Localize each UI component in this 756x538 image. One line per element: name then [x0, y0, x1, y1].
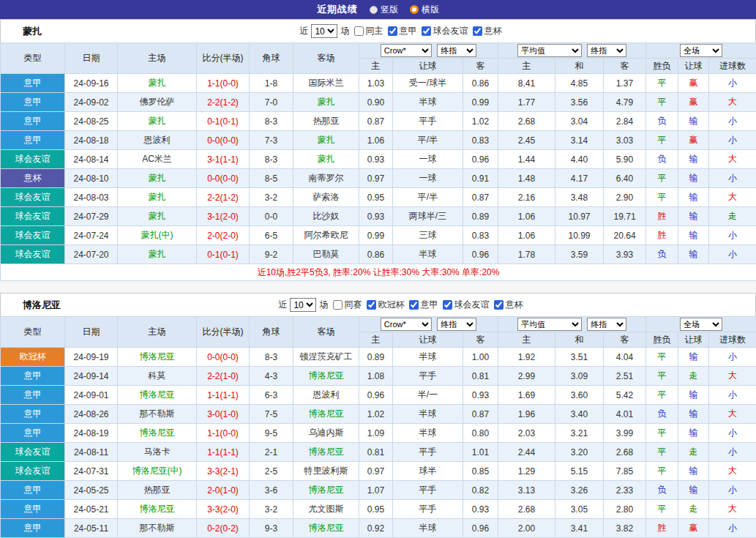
radio-icon-vertical	[370, 6, 378, 14]
odds-away-cell: 0.93	[463, 500, 498, 519]
handicap-cell: 平手	[393, 481, 463, 500]
filter-checkbox[interactable]: 意杯	[489, 299, 523, 311]
avg-draw-cell: 3.04	[555, 112, 604, 131]
layout-radio-horizontal[interactable]: 横版	[410, 4, 439, 16]
games-label: 场	[319, 299, 328, 311]
handicap-result-cell: 赢	[678, 519, 709, 538]
checkbox-input[interactable]	[422, 26, 431, 36]
odds-away-cell: 0.81	[463, 367, 498, 386]
avg-stage-select[interactable]: 终指	[587, 318, 626, 331]
odds-home-cell: 0.89	[359, 348, 393, 367]
goals-result-cell: 小	[709, 481, 756, 500]
type-cell: 球会友谊	[1, 443, 65, 462]
filter-checkbox[interactable]: 欧冠杯	[362, 299, 404, 311]
avg-home-cell: 2.68	[498, 500, 555, 519]
odds-away-cell: 0.82	[463, 481, 498, 500]
checkbox-input[interactable]	[333, 300, 343, 310]
match-row: 意甲24-09-14科莫2-2(1-0)4-3博洛尼亚1.08平手0.812.9…	[1, 367, 756, 386]
type-cell: 球会友谊	[1, 207, 65, 226]
goals-result-cell: 大	[709, 93, 756, 112]
date-cell: 24-07-24	[65, 226, 118, 245]
filter-bar: 近 10 场 同赛欧冠杯意甲球会友谊意杯	[278, 298, 523, 312]
avg-home-cell: 2.99	[498, 367, 555, 386]
goals-result-cell: 大	[709, 500, 756, 519]
handicap-result-cell: 输	[678, 207, 709, 226]
page-title: 近期战绩	[317, 3, 358, 16]
away-team-cell: 国际米兰	[293, 74, 359, 93]
scope-select[interactable]: 全场	[680, 318, 722, 331]
date-cell: 24-08-18	[65, 131, 118, 150]
away-team-cell: 比沙奴	[293, 207, 359, 226]
filter-checkbox[interactable]: 同赛	[328, 299, 362, 311]
avg-type-select[interactable]: 平均值	[517, 318, 582, 331]
avg-draw-cell: 10.97	[555, 207, 604, 226]
checkbox-input[interactable]	[494, 300, 504, 310]
header-row-groups: 类型 日期 主场 比分(半场) 角球 客场 Crow* 终指 平均值 终指 全场	[1, 43, 756, 59]
checkbox-input[interactable]	[473, 26, 482, 36]
avg-draw-cell: 3.56	[555, 93, 604, 112]
avg-away-cell: 4.79	[604, 93, 646, 112]
avg-away-cell: 6.40	[604, 169, 646, 188]
corner-cell: 7-5	[250, 405, 293, 424]
away-team-cell: 博洛尼亚	[293, 443, 359, 462]
checkbox-input[interactable]	[443, 300, 452, 310]
date-cell: 24-07-20	[65, 245, 118, 264]
match-count-select[interactable]: 10	[311, 24, 337, 38]
col-header-goals: 进球数	[709, 59, 756, 74]
handicap-cell: 平/半	[393, 188, 463, 207]
filter-checkbox[interactable]: 意甲	[404, 299, 438, 311]
score-cell: 3-1(1-1)	[197, 150, 250, 169]
odds-home-cell: 0.96	[359, 386, 393, 405]
odds-stage-select[interactable]: 终指	[437, 44, 476, 57]
odds-home-cell: 0.93	[359, 207, 393, 226]
handicap-result-cell: 走	[678, 367, 709, 386]
odds-home-cell: 1.06	[359, 131, 393, 150]
team-panel-monza: 蒙扎 近 10 场 同主意甲球会友谊意杯 类型 日期 主场 比分(半场) 角球	[0, 19, 756, 281]
corner-cell: 8-3	[250, 348, 293, 367]
layout-radio-vertical[interactable]: 竖版	[370, 4, 398, 16]
filter-checkboxes: 同主意甲球会友谊意杯	[349, 25, 501, 38]
date-cell: 24-08-10	[65, 169, 118, 188]
goals-result-cell: 大	[709, 462, 756, 481]
scope-select[interactable]: 全场	[680, 44, 722, 57]
filter-checkbox[interactable]: 意杯	[468, 25, 501, 37]
filter-checkbox[interactable]: 球会友谊	[438, 299, 489, 311]
result-cell: 平	[646, 131, 678, 150]
checkbox-label: 意甲	[399, 25, 416, 37]
type-cell: 意杯	[1, 169, 65, 188]
result-group-header: 全场	[646, 317, 756, 332]
odds-away-cell: 1.00	[463, 348, 498, 367]
team-header: 博洛尼亚 近 10 场 同赛欧冠杯意甲球会友谊意杯	[0, 293, 756, 316]
checkbox-input[interactable]	[409, 300, 419, 310]
checkbox-input[interactable]	[367, 300, 376, 310]
away-team-cell: 博洛尼亚	[293, 405, 359, 424]
filter-checkbox[interactable]: 同主	[349, 25, 383, 37]
col-header-handicap-result: 让球	[678, 59, 709, 74]
odds-stage-select[interactable]: 终指	[437, 318, 476, 331]
checkbox-input[interactable]	[388, 26, 397, 36]
avg-stage-select[interactable]: 终指	[587, 44, 626, 57]
away-team-cell: 巴勒莫	[293, 245, 359, 264]
col-header-result: 胜负	[646, 332, 678, 348]
checkbox-input[interactable]	[354, 26, 364, 36]
avg-type-select[interactable]: 平均值	[517, 44, 582, 57]
match-row: 意甲24-09-02佛罗伦萨2-2(1-2)7-0蒙扎0.90半球0.991.7…	[1, 93, 756, 112]
avg-away-cell: 5.42	[604, 386, 646, 405]
away-team-cell: 特里波利斯	[293, 462, 359, 481]
corner-cell: 9-5	[250, 424, 293, 443]
avg-away-cell: 3.99	[604, 424, 646, 443]
home-team-cell: 博洛尼亚(中)	[118, 462, 197, 481]
avg-draw-cell: 3.09	[555, 367, 604, 386]
odds-away-cell: 0.96	[463, 519, 498, 538]
date-cell: 24-09-14	[65, 367, 118, 386]
result-cell: 平	[646, 169, 678, 188]
odds-provider-select[interactable]: Crow*	[381, 44, 432, 57]
filter-checkbox[interactable]: 球会友谊	[416, 25, 468, 37]
odds-provider-select[interactable]: Crow*	[381, 318, 432, 331]
filter-checkbox[interactable]: 意甲	[383, 25, 416, 37]
match-count-select[interactable]: 10	[290, 298, 316, 312]
type-cell: 欧冠杯	[1, 348, 65, 367]
match-row: 意甲24-08-25蒙扎0-1(0-1)8-3热那亚0.87平手1.022.68…	[1, 112, 756, 131]
avg-away-cell: 3.93	[604, 245, 646, 264]
goals-result-cell: 大	[709, 188, 756, 207]
